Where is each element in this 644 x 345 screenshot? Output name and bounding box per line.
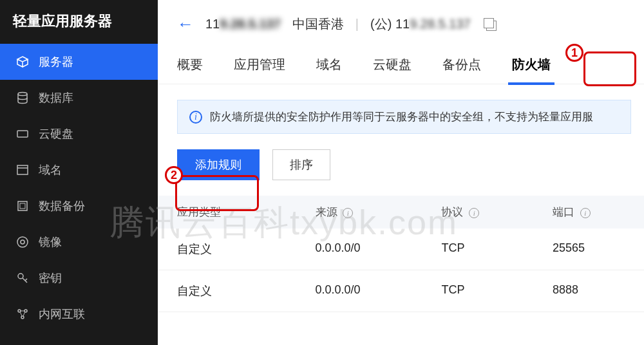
network-icon	[15, 307, 30, 321]
image-icon	[15, 235, 30, 249]
add-rule-button[interactable]: 添加规则	[177, 149, 260, 180]
sidebar-item-label: 密钥	[39, 270, 62, 286]
svg-rect-5	[20, 203, 25, 209]
copy-icon[interactable]	[486, 21, 497, 31]
callout-marker-1: 1	[565, 44, 583, 62]
sidebar-item-label: 域名	[39, 162, 62, 178]
page-header: ← 119.28.5.137 中国香港 | (公) 119.28.5.137	[158, 0, 644, 41]
table-row: 自定义 0.0.0.0/0 TCP 25565	[158, 228, 644, 270]
th-app-type: 应用类型	[177, 205, 316, 219]
sidebar-item-label: 数据备份	[39, 198, 85, 214]
sidebar: 轻量应用服务器 服务器 数据库 云硬盘 域名 数据备份 镜像 密钥 内网互联	[0, 0, 158, 345]
sidebar-title: 轻量应用服务器	[0, 0, 158, 44]
cell-app-type: 自定义	[177, 283, 316, 299]
sort-button[interactable]: 排序	[272, 149, 330, 180]
sidebar-item-label: 云硬盘	[39, 126, 73, 142]
tab-disk[interactable]: 云硬盘	[373, 56, 412, 84]
sidebar-item-label: 内网互联	[39, 306, 85, 322]
sidebar-item-disk[interactable]: 云硬盘	[0, 116, 158, 152]
key-icon	[15, 271, 30, 285]
cube-icon	[15, 55, 30, 69]
tab-app-manage[interactable]: 应用管理	[234, 56, 285, 84]
svg-rect-4	[18, 201, 27, 210]
tab-overview[interactable]: 概要	[177, 56, 203, 84]
sidebar-item-label: 镜像	[39, 234, 62, 250]
svg-point-6	[17, 237, 28, 247]
backup-icon	[15, 199, 30, 213]
info-icon: i	[189, 111, 202, 124]
info-banner: i 防火墙所提供的安全防护作用等同于云服务器中的安全组，不支持为轻量应用服	[177, 100, 631, 134]
th-protocol: 协议 i	[441, 205, 553, 219]
info-text: 防火墙所提供的安全防护作用等同于云服务器中的安全组，不支持为轻量应用服	[210, 109, 593, 124]
th-source: 来源 i	[316, 205, 442, 219]
cell-port: 8888	[553, 283, 625, 299]
sidebar-item-label: 数据库	[39, 90, 73, 106]
sidebar-item-database[interactable]: 数据库	[0, 80, 158, 116]
info-icon[interactable]: i	[580, 208, 591, 218]
tab-firewall[interactable]: 防火墙	[512, 56, 551, 84]
sidebar-item-domain[interactable]: 域名	[0, 152, 158, 188]
region-label: 中国香港	[292, 15, 344, 33]
disk-icon	[15, 127, 30, 141]
svg-rect-2	[17, 165, 28, 174]
info-icon[interactable]: i	[343, 208, 353, 218]
cell-app-type: 自定义	[177, 241, 316, 257]
svg-rect-1	[17, 131, 28, 137]
svg-point-11	[21, 316, 24, 319]
sidebar-item-servers[interactable]: 服务器	[0, 44, 158, 80]
tab-backup[interactable]: 备份点	[442, 56, 481, 84]
table-header: 应用类型 来源 i 协议 i 端口 i	[158, 196, 644, 228]
cell-protocol: TCP	[441, 283, 553, 299]
table-row: 自定义 0.0.0.0/0 TCP 8888	[158, 270, 644, 312]
back-arrow-icon[interactable]: ←	[177, 14, 194, 34]
th-port: 端口 i	[553, 205, 625, 219]
svg-point-7	[21, 240, 24, 244]
window-icon	[15, 163, 30, 177]
svg-point-8	[18, 274, 23, 279]
database-icon	[15, 91, 30, 105]
sidebar-item-key[interactable]: 密钥	[0, 260, 158, 296]
info-icon[interactable]: i	[469, 208, 479, 218]
cell-source: 0.0.0.0/0	[316, 241, 442, 257]
instance-id: 119.28.5.137	[205, 17, 281, 32]
public-ip: (公) 119.28.5.137	[370, 15, 471, 33]
firewall-table: 应用类型 来源 i 协议 i 端口 i 自定义 0.0.0.0/0 TCP 25…	[158, 196, 644, 312]
cell-port: 25565	[553, 241, 625, 257]
sidebar-item-network[interactable]: 内网互联	[0, 296, 158, 332]
cell-source: 0.0.0.0/0	[316, 283, 442, 299]
sidebar-item-label: 服务器	[39, 54, 73, 70]
tab-domain[interactable]: 域名	[316, 56, 342, 84]
sidebar-item-image[interactable]: 镜像	[0, 224, 158, 260]
cell-protocol: TCP	[441, 241, 553, 257]
svg-point-0	[18, 93, 27, 96]
sidebar-item-backup[interactable]: 数据备份	[0, 188, 158, 224]
callout-marker-2: 2	[165, 166, 183, 184]
separator: |	[355, 17, 359, 32]
action-bar: 添加规则 排序	[158, 134, 644, 196]
